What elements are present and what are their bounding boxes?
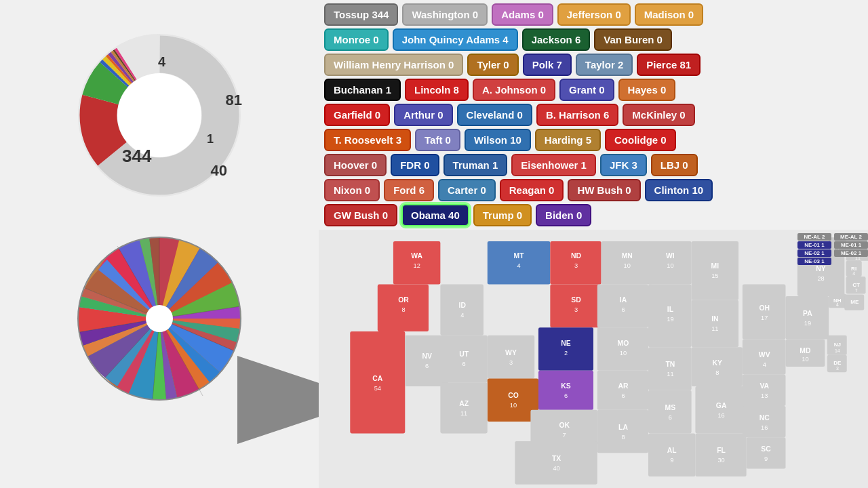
svg-text:CT: CT [852,282,860,288]
president-button[interactable]: Madison 0 [635,3,703,26]
president-button[interactable]: T. Roosevelt 3 [324,129,411,151]
president-button[interactable]: Hoover 0 [324,154,387,176]
svg-text:MD: MD [800,347,811,354]
svg-text:KY: KY [713,359,723,367]
state-AR[interactable] [597,371,648,410]
svg-text:SD: SD [571,296,581,304]
ne-02-label: NE-02 1 [797,249,831,257]
button-row: Nixon 0Ford 6Carter 0Reagan 0HW Bush 0Cl… [324,179,863,201]
state-KY[interactable] [692,347,743,386]
spinner-arrow [237,312,251,325]
president-button[interactable]: Nixon 0 [324,179,380,201]
president-button[interactable]: Reagan 0 [500,179,564,201]
svg-text:OR: OR [398,296,409,304]
state-LA[interactable] [597,410,648,453]
state-OH[interactable] [743,285,786,340]
svg-text:3: 3 [509,359,513,366]
svg-text:2: 2 [564,350,568,357]
state-IN[interactable] [692,300,738,347]
president-button[interactable]: Lincoln 8 [405,79,469,101]
president-button[interactable]: Eisenhower 1 [511,154,596,176]
svg-text:ND: ND [571,252,582,260]
state-NC[interactable] [743,406,786,437]
president-button[interactable]: GW Bush 0 [324,204,397,226]
president-button[interactable]: Jefferson 0 [557,3,631,26]
president-button[interactable]: B. Harrison 6 [536,104,618,126]
president-button[interactable]: Truman 1 [443,154,508,176]
state-KS[interactable] [538,371,593,410]
state-MS[interactable] [648,390,692,434]
president-button[interactable]: Garfield 0 [324,104,390,126]
state-FL[interactable] [695,433,746,476]
president-button[interactable]: Harding 5 [535,129,601,151]
state-GA[interactable] [695,386,746,433]
svg-text:6: 6 [564,392,568,399]
president-button[interactable]: William Henry Harrison 0 [324,54,463,76]
me-inset-box: ME-AL 2 ME-01 1 ME-02 1 [834,233,868,265]
president-button[interactable]: Taylor 2 [576,54,633,76]
state-AZ[interactable] [440,382,487,433]
svg-text:4: 4 [460,312,464,319]
svg-text:30: 30 [717,457,724,464]
president-button[interactable]: McKinley 0 [623,104,694,126]
state-MI[interactable] [692,241,738,300]
svg-text:7: 7 [563,432,566,439]
state-CA[interactable] [350,331,405,433]
svg-text:MN: MN [622,252,633,260]
state-WY[interactable] [488,336,534,379]
president-button[interactable]: Taft 0 [415,129,460,151]
svg-text:3: 3 [836,366,839,371]
president-button[interactable]: Tyler 0 [467,54,518,76]
president-button[interactable]: Polk 7 [523,54,572,76]
president-button[interactable]: HW Bush 0 [568,179,640,201]
svg-text:AR: AR [618,382,629,390]
president-button[interactable]: Washington 0 [402,3,488,26]
president-button[interactable]: Wilson 10 [465,129,531,151]
president-button[interactable]: Buchanan 1 [324,79,401,101]
president-button[interactable]: Pierce 81 [637,54,701,76]
button-row: Tossup 344Washington 0Adams 0Jefferson 0… [324,3,863,26]
president-button[interactable]: Tossup 344 [324,3,398,26]
svg-text:8: 8 [715,369,719,376]
president-button[interactable]: John Quincy Adams 4 [393,28,518,51]
president-button[interactable]: Cleveland 0 [457,104,532,126]
ne-inset-box: NE-AL 2 NE-01 1 NE-02 1 NE-03 1 [797,233,831,265]
state-AL[interactable] [648,433,695,476]
state-VA[interactable] [743,375,786,406]
president-button[interactable]: A. Johnson 0 [473,79,555,101]
state-TX[interactable] [515,441,597,485]
president-button[interactable]: Hayes 0 [618,79,676,101]
president-button[interactable]: LBJ 0 [651,154,698,176]
state-TN[interactable] [648,347,692,390]
president-button[interactable]: Trump 0 [473,204,532,226]
president-button[interactable]: Jackson 6 [522,28,591,51]
svg-text:UT: UT [459,350,469,358]
president-button[interactable]: Arthur 0 [394,104,452,126]
svg-text:6: 6 [621,392,625,399]
president-button[interactable]: FDR 0 [391,154,439,176]
svg-text:12: 12 [413,262,420,269]
us-map: WA12 OR8 CA54 ID4 NV6 UT6 WY3 CO10 AZ11 [319,230,868,488]
president-button[interactable]: JFK 3 [600,154,647,176]
president-button[interactable]: Van Buren 0 [594,28,672,51]
svg-text:16: 16 [717,412,724,419]
state-ID[interactable] [440,285,484,336]
president-button[interactable]: Biden 0 [536,204,591,226]
state-UT[interactable] [440,336,487,382]
president-button[interactable]: Ford 6 [384,179,434,201]
svg-text:IL: IL [667,306,674,313]
president-button[interactable]: Grant 0 [559,79,614,101]
president-button[interactable]: Coolidge 0 [605,129,676,151]
spinner-wheel[interactable] [71,230,248,407]
state-SC[interactable] [747,437,786,468]
president-button[interactable]: Monroe 0 [324,28,389,51]
president-button[interactable]: Clinton 10 [645,179,713,201]
president-button[interactable]: Carter 0 [438,179,496,201]
president-button[interactable]: Obama 40 [401,204,469,226]
button-row: GW Bush 0Obama 40Trump 0Biden 0 [324,204,863,226]
ne-01-label: NE-01 1 [797,241,831,249]
president-button[interactable]: Adams 0 [492,3,553,26]
svg-text:GA: GA [716,402,727,409]
state-PA[interactable] [786,296,829,340]
svg-text:19: 19 [804,320,811,327]
